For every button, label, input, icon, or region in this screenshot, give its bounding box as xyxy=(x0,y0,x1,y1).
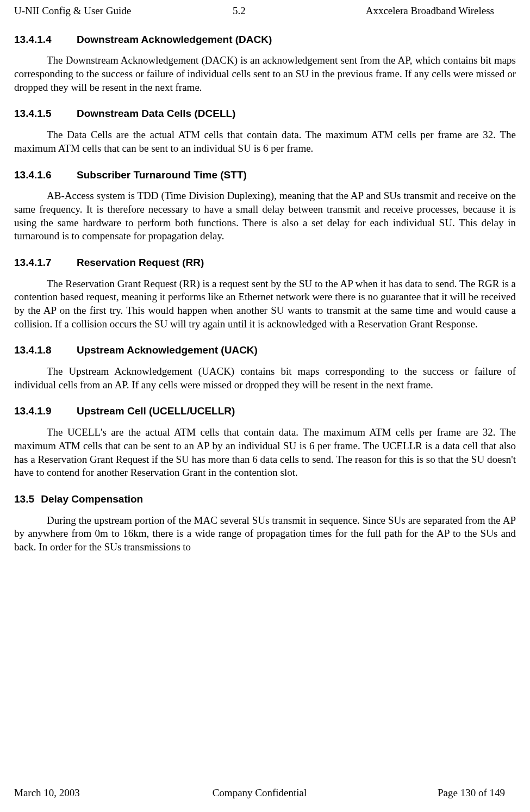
section-heading-ucell: 13.4.1.9Upstream Cell (UCELL/UCELLR) xyxy=(14,405,516,418)
section-body-delay-comp: During the upstream portion of the MAC s… xyxy=(14,514,516,554)
section-number: 13.4.1.5 xyxy=(14,107,77,121)
section-body-dack: The Downstream Acknowledgement (DACK) is… xyxy=(14,54,516,94)
section-number: 13.4.1.7 xyxy=(14,256,77,270)
section-title: Subscriber Turnaround Time (STT) xyxy=(77,169,247,181)
section-body-stt: AB-Access system is TDD (Time Division D… xyxy=(14,189,516,243)
section-title: Upstream Cell (UCELL/UCELLR) xyxy=(77,405,235,417)
section-title: Reservation Request (RR) xyxy=(77,257,204,268)
section-heading-stt: 13.4.1.6Subscriber Turnaround Time (STT) xyxy=(14,169,516,182)
section-body-uack: The Upstream Acknowledgement (UACK) cont… xyxy=(14,365,516,392)
section-number: 13.4.1.9 xyxy=(14,405,77,418)
section-title: Downstream Acknowledgement (DACK) xyxy=(77,34,272,45)
footer-confidential: Company Confidential xyxy=(178,786,341,800)
section-body-dcell: The Data Cells are the actual ATM cells … xyxy=(14,128,516,155)
section-number: 13.4.1.8 xyxy=(14,344,77,357)
footer-date: March 10, 2003 xyxy=(14,786,178,800)
section-title: Upstream Acknowledgement (UACK) xyxy=(77,344,258,356)
page-header: U-NII Config & User Guide 5.2 Axxcelera … xyxy=(14,4,516,18)
section-heading-rr: 13.4.1.7Reservation Request (RR) xyxy=(14,256,516,270)
section-heading-delay-comp: 13.5 Delay Compensation xyxy=(14,493,516,506)
section-heading-dack: 13.4.1.4Downstream Acknowledgement (DACK… xyxy=(14,33,516,47)
section-body-ucell: The UCELL's are the actual ATM cells tha… xyxy=(14,426,516,480)
page-footer: March 10, 2003 Company Confidential Page… xyxy=(14,786,516,800)
section-number: 13.4.1.6 xyxy=(14,169,77,182)
header-version: 5.2 xyxy=(164,4,314,18)
header-company: Axxcelera Broadband Wireless xyxy=(314,4,516,18)
section-number: 13.5 xyxy=(14,493,38,506)
section-body-rr: The Reservation Grant Request (RR) is a … xyxy=(14,277,516,331)
section-heading-dcell: 13.4.1.5Downstream Data Cells (DCELL) xyxy=(14,107,516,121)
footer-page-number: Page 130 of 149 xyxy=(341,786,516,800)
section-title: Downstream Data Cells (DCELL) xyxy=(77,108,235,119)
section-number: 13.4.1.4 xyxy=(14,33,77,47)
section-title: Delay Compensation xyxy=(41,493,143,505)
header-doc-title: U-NII Config & User Guide xyxy=(14,4,164,18)
section-heading-uack: 13.4.1.8Upstream Acknowledgement (UACK) xyxy=(14,344,516,357)
